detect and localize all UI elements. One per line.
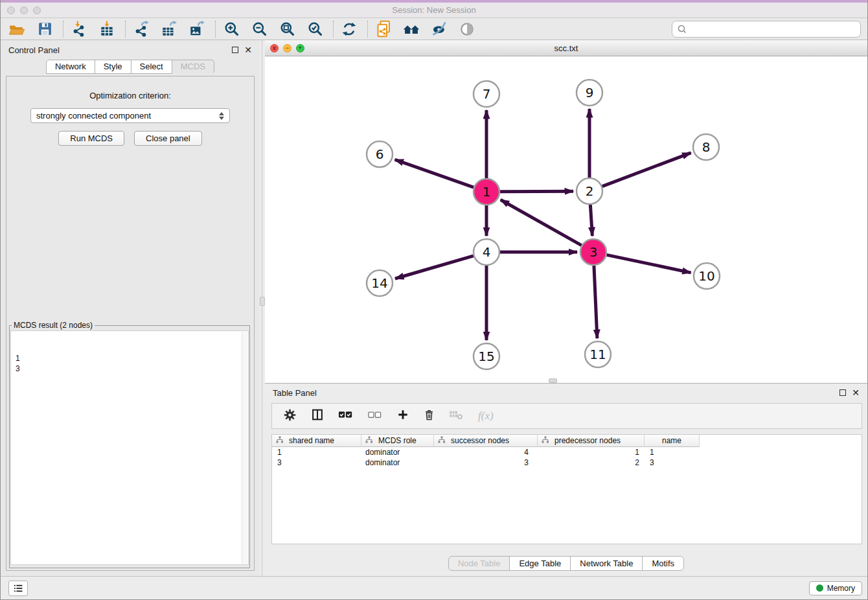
svg-text:4: 4 <box>483 244 491 260</box>
graph-edge-2-8[interactable] <box>602 153 691 187</box>
control-panel-tabs: NetworkStyleSelectMCDS <box>1 60 260 74</box>
settings-gear-icon[interactable] <box>283 408 297 424</box>
apply-layout-icon[interactable] <box>339 19 359 39</box>
graph-node-15[interactable]: 15 <box>474 343 499 369</box>
task-history-button[interactable] <box>8 581 28 596</box>
mcds-tab-content: Optimization criterion: strongly connect… <box>6 76 255 571</box>
column-label: predecessor nodes <box>554 436 621 445</box>
clone-network-icon[interactable] <box>374 19 393 39</box>
column-type-icon <box>276 436 284 446</box>
toolbar-separator <box>125 21 126 38</box>
graph-node-4[interactable]: 4 <box>474 239 499 265</box>
status-bar: Memory <box>1 576 867 599</box>
import-table-icon[interactable] <box>97 19 117 39</box>
deselect-all-columns-icon[interactable] <box>368 410 383 422</box>
result-scrollbar[interactable] <box>242 332 247 564</box>
network-canvas[interactable]: 7968124314101511 <box>265 56 867 383</box>
float-panel-icon[interactable] <box>232 47 238 53</box>
run-mcds-button[interactable]: Run MCDS <box>58 131 124 146</box>
column-header-shared-name[interactable]: shared name <box>272 435 361 447</box>
cell-successor-nodes[interactable]: 3 <box>434 458 538 467</box>
zoom-selected-icon[interactable] <box>305 19 325 39</box>
import-network-icon[interactable] <box>69 19 89 39</box>
graph-edge-3-10[interactable] <box>607 255 691 272</box>
graph-node-7[interactable]: 7 <box>474 81 499 107</box>
close-panel-button[interactable]: Close panel <box>134 131 202 146</box>
delete-row-trash-icon[interactable] <box>423 408 435 424</box>
result-line: 1 <box>16 353 239 363</box>
panel-divider[interactable] <box>260 40 265 576</box>
zoom-in-icon[interactable] <box>222 19 241 39</box>
column-header-successor-nodes[interactable]: successor nodes <box>434 435 538 447</box>
tab-edge-table[interactable]: Edge Table <box>509 556 571 571</box>
search-field[interactable] <box>672 21 861 38</box>
tab-select[interactable]: Select <box>131 60 172 74</box>
memory-label: Memory <box>827 584 855 593</box>
cell-successor-nodes[interactable]: 4 <box>434 448 538 457</box>
column-header-MCDS-role[interactable]: MCDS role <box>361 435 434 447</box>
graph-node-8[interactable]: 8 <box>693 134 719 160</box>
graph-node-14[interactable]: 14 <box>367 270 393 296</box>
cell-predecessor-nodes[interactable]: 1 <box>538 448 645 457</box>
cell-predecessor-nodes[interactable]: 2 <box>538 458 645 467</box>
graph-node-2[interactable]: 2 <box>577 178 602 204</box>
export-table-icon[interactable] <box>159 19 179 39</box>
cell-name[interactable]: 1 <box>645 448 700 457</box>
export-network-icon[interactable] <box>131 19 151 39</box>
divider-handle[interactable] <box>260 297 265 306</box>
float-table-panel-icon[interactable] <box>839 389 846 396</box>
save-session-icon[interactable] <box>35 19 54 39</box>
zoom-out-icon[interactable] <box>249 19 269 39</box>
graph-node-9[interactable]: 9 <box>577 80 602 106</box>
cell-shared-name[interactable]: 1 <box>272 448 361 457</box>
graph-node-3[interactable]: 3 <box>580 239 606 265</box>
graph-edge-4-14[interactable] <box>395 256 474 279</box>
split-handle[interactable] <box>549 378 557 383</box>
network-graph[interactable]: 7968124314101511 <box>265 56 867 383</box>
cell-shared-name[interactable]: 3 <box>272 458 361 467</box>
tab-mcds[interactable]: MCDS <box>172 60 214 74</box>
graph-node-1[interactable]: 1 <box>474 179 499 205</box>
graph-edge-1-6[interactable] <box>395 159 474 187</box>
cell-MCDS-role[interactable]: dominator <box>361 448 434 457</box>
optimization-criterion-dropdown[interactable]: strongly connected component <box>30 108 230 123</box>
cell-MCDS-role[interactable]: dominator <box>361 458 434 467</box>
hide-selected-eye-icon[interactable] <box>429 19 449 39</box>
open-session-icon[interactable] <box>7 19 27 39</box>
node-table[interactable]: shared nameMCDS rolesuccessor nodesprede… <box>271 434 862 544</box>
memory-button[interactable]: Memory <box>809 581 862 595</box>
graph-node-11[interactable]: 11 <box>585 341 611 367</box>
network-window-title: scc.txt <box>265 43 867 53</box>
graph-edge-3-1[interactable] <box>501 200 582 245</box>
control-panel: Control Panel ✕ NetworkStyleSelectMCDS O… <box>1 40 260 576</box>
svg-text:6: 6 <box>376 146 384 162</box>
home-view-icon[interactable] <box>402 19 421 39</box>
tab-network-table[interactable]: Network Table <box>570 556 643 571</box>
close-panel-icon[interactable]: ✕ <box>244 47 252 53</box>
tab-network[interactable]: Network <box>46 60 95 74</box>
add-row-icon[interactable] <box>396 408 409 424</box>
search-input[interactable] <box>688 23 856 34</box>
graph-node-10[interactable]: 10 <box>694 263 720 289</box>
table-panel-title: Table Panel <box>273 388 317 398</box>
zoom-fit-icon[interactable] <box>277 19 297 39</box>
select-all-columns-icon[interactable] <box>338 409 354 423</box>
graph-node-6[interactable]: 6 <box>367 141 393 167</box>
tab-node-table[interactable]: Node Table <box>448 556 510 571</box>
tab-motifs[interactable]: Motifs <box>642 556 684 571</box>
cell-name[interactable]: 3 <box>645 458 700 467</box>
table-tabs: Node TableEdge TableNetwork TableMotifs <box>265 556 867 571</box>
close-table-panel-icon[interactable]: ✕ <box>852 389 860 396</box>
graph-edge-3-11[interactable] <box>594 266 597 338</box>
tab-style[interactable]: Style <box>95 60 131 74</box>
column-header-predecessor-nodes[interactable]: predecessor nodes <box>538 435 645 447</box>
column-header-name[interactable]: name <box>645 435 700 447</box>
graph-edge-1-2[interactable] <box>500 191 573 192</box>
export-image-icon[interactable] <box>187 19 207 39</box>
show-hidden-eye-icon[interactable] <box>457 19 477 39</box>
table-toolbar: f(x) <box>271 403 862 429</box>
table-row[interactable]: 3dominator323 <box>272 457 862 468</box>
graph-edge-2-3[interactable] <box>590 205 592 236</box>
table-row[interactable]: 1dominator411 <box>272 447 862 457</box>
column-layout-icon[interactable] <box>310 408 325 424</box>
